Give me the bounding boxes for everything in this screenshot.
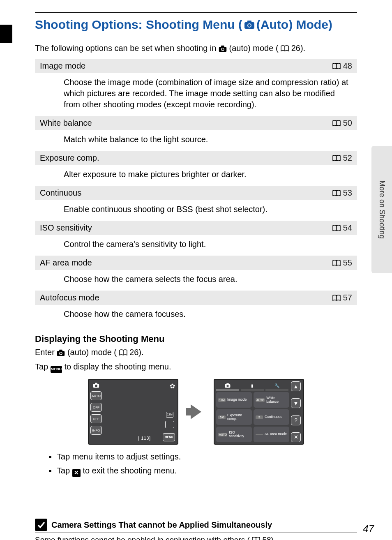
note-body-a: Some functions cannot be enabled in conj… — [35, 535, 250, 540]
screen1-sb-4: INFO — [90, 426, 102, 435]
menu-cell-label: White balance — [266, 396, 287, 404]
menu-cell: AUTOWhite balance — [254, 392, 289, 408]
screen1-touch-icon — [165, 421, 174, 428]
option-page-ref: 55 — [332, 258, 352, 268]
bullet-2b: to exit the shooting menu. — [83, 466, 177, 475]
menu-cell: SContinuous — [254, 409, 289, 425]
option-description: Alter exposure to make pictures brighter… — [35, 166, 357, 186]
option-page: 50 — [343, 118, 352, 128]
menu-cell: AF area mode — [254, 427, 289, 442]
svg-point-3 — [248, 24, 251, 27]
screen2-close-button: ✕ — [291, 432, 301, 442]
menu-cell-label: Image mode — [227, 398, 247, 402]
option-page-ref: 54 — [332, 223, 352, 233]
option-row: Autofocus mode57Choose how the camera fo… — [35, 291, 357, 325]
screen2-tab-2: ▮ — [241, 381, 264, 390]
option-row: Exposure comp.52Alter exposure to make p… — [35, 151, 357, 186]
menu-cell-label: ISO sensitivity — [229, 431, 250, 438]
close-chip-icon: ✕ — [72, 469, 81, 477]
screen1-sb-0 — [90, 381, 102, 389]
menu-chip-icon: MENU — [51, 366, 62, 373]
svg-point-19 — [60, 353, 62, 355]
option-page: 57 — [343, 293, 352, 302]
menu-cell-label: AF area mode — [265, 432, 287, 436]
menu-cell-icon: 0.0 — [218, 415, 226, 419]
option-row-head: Continuous53 — [35, 186, 357, 201]
option-label: Continuous — [40, 188, 81, 198]
screen2-up-button: ▲ — [291, 381, 301, 391]
menu-cell: 0.0Exposure comp. — [216, 409, 252, 425]
book-icon — [332, 295, 341, 301]
screen2-help-button: ? — [291, 415, 301, 425]
screen2-side: ▲ ▼ ? ✕ — [291, 381, 302, 442]
option-row: Continuous53Enable continuous shooting o… — [35, 186, 357, 221]
title-part-b: (Auto) Mode) — [256, 18, 332, 32]
book-icon — [252, 537, 260, 540]
book-icon — [332, 63, 341, 69]
screen1-menu-button: MENU — [163, 433, 175, 441]
book-icon — [281, 45, 289, 52]
title-rule — [35, 12, 357, 13]
camera-screen-menu: ▮ 🔧 12MImage modeAUTOWhite balance0.0Exp… — [214, 379, 304, 445]
screen2-grid: 12MImage modeAUTOWhite balance0.0Exposur… — [216, 392, 289, 442]
screen1-imgmode-chip: 12M — [166, 412, 173, 418]
option-description: Choose the image mode (combination of im… — [35, 74, 357, 116]
book-icon — [332, 225, 341, 231]
option-row: White balance50Match white balance to th… — [35, 116, 357, 151]
menu-cell-icon — [256, 434, 263, 435]
arrow-right-icon — [191, 404, 201, 419]
option-page-ref: 52 — [332, 153, 352, 163]
option-row-head: Image mode48 — [35, 59, 357, 74]
option-description: Enable continuous shooting or BSS (best … — [35, 201, 357, 221]
enter-c: 26). — [129, 348, 143, 357]
screen2-tab-3: 🔧 — [265, 381, 288, 390]
note-check-icon — [35, 519, 47, 531]
svg-point-7 — [221, 48, 224, 51]
option-row-head: White balance50 — [35, 116, 357, 131]
menu-cell-icon: S — [256, 415, 263, 419]
book-icon — [332, 190, 341, 196]
option-description: Control the camera's sensitivity to ligh… — [35, 235, 357, 256]
screen1-sb-1: AUTO — [90, 391, 102, 400]
intro-c: 26). — [291, 44, 305, 53]
option-page: 53 — [343, 188, 352, 198]
option-description: Match white balance to the light source. — [35, 131, 357, 151]
screen1-top-right-icon: ✿ — [170, 382, 175, 390]
option-label: AF area mode — [40, 258, 92, 268]
option-page: 55 — [343, 258, 352, 268]
enter-b: (auto) mode ( — [67, 348, 117, 357]
note-body: Some functions cannot be enabled in conj… — [35, 533, 357, 540]
note-section: Camera Settings That cannot be Applied S… — [12, 478, 380, 540]
svg-point-23 — [95, 384, 97, 387]
screen2-tab-camera — [216, 381, 239, 390]
tap-b: to display the shooting menu. — [64, 362, 171, 371]
svg-point-26 — [226, 385, 228, 387]
side-thumb-tab: More on Shooting — [371, 146, 392, 273]
option-row: Image mode48Choose the image mode (combi… — [35, 59, 357, 116]
book-icon — [332, 120, 341, 127]
bullet-1: Tap menu items to adjust settings. — [57, 450, 357, 464]
book-icon — [119, 349, 127, 356]
screen1-sb-2: OFF — [90, 403, 102, 412]
svg-rect-22 — [95, 383, 97, 384]
option-page-ref: 48 — [332, 61, 352, 71]
screen2-tabs: ▮ 🔧 — [216, 381, 289, 390]
option-row: ISO sensitivity54Control the camera's se… — [35, 221, 357, 256]
bullet-2a: Tap — [57, 466, 72, 475]
option-page-ref: 53 — [332, 188, 352, 198]
option-row-head: AF area mode55 — [35, 256, 357, 270]
note-heading-row: Camera Settings That cannot be Applied S… — [35, 519, 357, 531]
sub-heading: Displaying the Shooting Menu — [12, 325, 380, 345]
bullet-2: Tap ✕ to exit the shooting menu. — [57, 464, 357, 478]
menu-cell-label: Exposure comp. — [227, 413, 250, 421]
intro-paragraph: The following options can be set when sh… — [12, 36, 380, 59]
option-page-ref: 50 — [332, 118, 352, 128]
option-row-head: Exposure comp.52 — [35, 151, 357, 166]
svg-rect-5 — [221, 46, 224, 48]
page-number: 47 — [363, 523, 374, 535]
menu-cell-icon: AUTO — [218, 433, 227, 436]
screen1-sb-3: OFF — [90, 414, 102, 423]
section-tab-black — [0, 25, 12, 43]
bullet-list: Tap menu items to adjust settings. Tap ✕… — [12, 447, 380, 478]
option-description: Choose how the camera selects the focus … — [35, 270, 357, 291]
